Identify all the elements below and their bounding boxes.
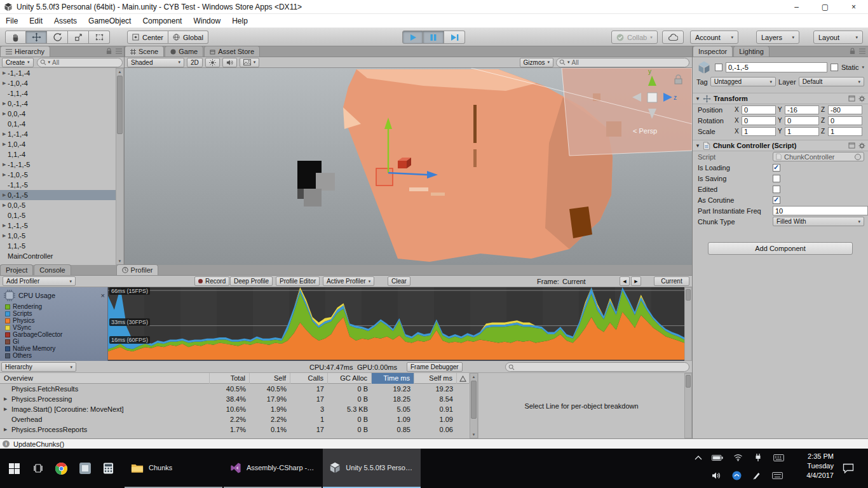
cpu-usage-card[interactable]: CPU Usage × RenderingScriptsPhysicsVSync… [0,287,108,361]
legend-rendering[interactable]: Rendering [0,303,107,310]
column-header-total[interactable]: Total [210,373,250,384]
tab-profiler[interactable]: Profiler [116,264,159,275]
active-checkbox[interactable] [715,64,722,71]
hierarchy-item[interactable]: ▶0,0,-5 [0,200,116,210]
column-header-overview[interactable]: Overview [0,373,210,384]
2d-toggle[interactable]: 2D [187,58,203,67]
checkbox-as-corutine[interactable] [773,196,780,204]
menu-component[interactable]: Component [137,14,187,28]
panel-menu-icon[interactable] [116,48,122,54]
gear-icon[interactable] [858,95,865,102]
tab-hierarchy[interactable]: Hierarchy [0,46,50,57]
column-header-self[interactable]: Self [250,373,290,384]
foldout-icon[interactable]: ▶ [0,162,8,167]
profiler-row[interactable]: ▶Image.Start() [Coroutine: MoveNext]10.6… [0,404,470,414]
next-frame-button[interactable]: ▶ [631,276,641,286]
collab-dropdown[interactable]: Collab▾ [611,30,658,44]
hierarchy-item[interactable]: 0,1,-5 [0,210,116,220]
current-frame-button[interactable]: Current [654,276,689,286]
account-dropdown[interactable]: Account▾ [690,30,738,44]
transform-component-header[interactable]: ▼ Transform [693,93,868,104]
effects-dropdown[interactable]: ▾ [240,58,260,67]
lighting-toggle[interactable] [205,58,220,67]
pivot-center-button[interactable]: Center [127,30,168,44]
foldout-icon[interactable]: ▶ [0,142,8,147]
hierarchy-item[interactable]: MainController [0,251,116,261]
foldout-icon[interactable]: ▼ [695,96,700,102]
profiler-row[interactable]: Physics.FetchResults40.5%40.5%170 B19.23… [0,384,470,394]
menu-help[interactable]: Help [226,14,254,28]
minimize-button[interactable]: – [782,0,811,14]
hierarchy-item[interactable]: ▶1,0,-5 [0,231,116,241]
pause-button[interactable] [423,30,444,44]
draw-mode-dropdown[interactable]: Shaded▾ [127,58,184,67]
foldout-icon[interactable]: ▼ [695,143,700,149]
rotation-z-field[interactable]: 0 [828,116,862,125]
hierarchy-search-input[interactable]: ▾ All [37,58,123,67]
chunk-controller-header[interactable]: ▼ Chunk Controller (Script) [693,140,868,151]
foldout-icon[interactable]: ▶ [0,233,8,238]
checkbox-edited[interactable] [773,186,780,193]
taskbar-calculator-button[interactable] [97,449,120,488]
rect-tool-button[interactable] [89,30,110,44]
tray-chevron-icon[interactable] [693,452,704,463]
menu-file[interactable]: File [0,14,24,28]
freq-field[interactable] [773,206,868,215]
hierarchy-item[interactable]: 1,1,-5 [0,241,116,251]
hierarchy-item[interactable]: -1,1,-4 [0,88,116,98]
layers-dropdown[interactable]: Layers▾ [756,30,799,44]
menu-gameobject[interactable]: GameObject [83,14,137,28]
tray-pen-icon[interactable] [751,470,763,480]
hierarchy-item[interactable]: -1,1,-5 [0,180,116,190]
menu-assets[interactable]: Assets [48,14,83,28]
tag-dropdown[interactable]: Untagged▾ [710,77,776,86]
position-z-field[interactable]: -80 [828,105,862,114]
legend-scripts[interactable]: Scripts [0,310,107,317]
menu-edit[interactable]: Edit [24,14,48,28]
lock-icon[interactable] [850,48,855,55]
tab-inspector[interactable]: Inspector [693,46,733,57]
help-icon[interactable] [848,95,855,102]
cpu-usage-chart[interactable] [108,287,684,361]
script-object-field[interactable]: ChunkController [773,152,864,161]
hierarchy-scrollbar[interactable]: ▲ ▼ [116,68,124,265]
tab-console[interactable]: Console [34,264,71,275]
lock-icon[interactable] [106,48,112,55]
foldout-icon[interactable]: ▶ [0,101,8,106]
tab-scene[interactable]: Scene [125,46,164,57]
audio-toggle[interactable] [222,58,237,67]
hierarchy-item[interactable]: 0,1,-4 [0,119,116,129]
start-button[interactable] [3,449,26,488]
tray-volume-icon[interactable] [710,470,722,480]
gizmos-dropdown[interactable]: Gizmos▾ [520,58,553,67]
taskbar-app-folder[interactable]: Chunks [125,449,222,488]
taskbar-app-visualstudio[interactable]: Assembly-CSharp - S... [224,449,322,488]
status-text[interactable]: UpdateChunks() [13,440,64,448]
scale-z-field[interactable]: 1 [828,127,862,136]
taskbar-app-unity[interactable]: Unity 5.5.0f3 Personal... [323,449,421,488]
profile-editor-button[interactable]: Profile Editor [276,276,320,286]
hierarchy-item[interactable]: 1,1,-4 [0,149,116,159]
gameobject-name-field[interactable] [726,62,827,72]
tray-battery-icon[interactable] [712,452,723,463]
rotation-y-field[interactable]: 0 [785,116,819,125]
chart-scrollbar[interactable] [684,287,692,361]
legend-garbagecollector[interactable]: GarbageCollector [0,331,107,338]
close-button[interactable]: × [839,0,868,14]
warning-column-header[interactable] [457,373,470,384]
hierarchy-item[interactable]: ▶-1,0,-4 [0,78,116,88]
row-foldout-icon[interactable]: ▶ [4,407,10,412]
pan-tool-button[interactable] [5,30,26,44]
legend-physics[interactable]: Physics [0,317,107,324]
tab-asset-store[interactable]: Asset Store [204,46,260,57]
static-checkbox[interactable] [831,64,838,71]
help-icon[interactable] [848,142,855,149]
add-profiler-dropdown[interactable]: Add Profiler▾ [3,276,76,286]
checkbox-is-loading[interactable] [773,164,780,172]
hierarchy-item[interactable]: ▶-1,-1,-5 [0,159,116,170]
foldout-icon[interactable]: ▶ [0,172,8,177]
profiler-search-input[interactable] [505,362,689,372]
tab-game[interactable]: Game [165,46,203,57]
profiler-row[interactable]: ▶Physics.ProcessReports1.7%0.1%170 B0.85… [0,424,470,435]
foldout-icon[interactable]: ▶ [0,132,8,137]
